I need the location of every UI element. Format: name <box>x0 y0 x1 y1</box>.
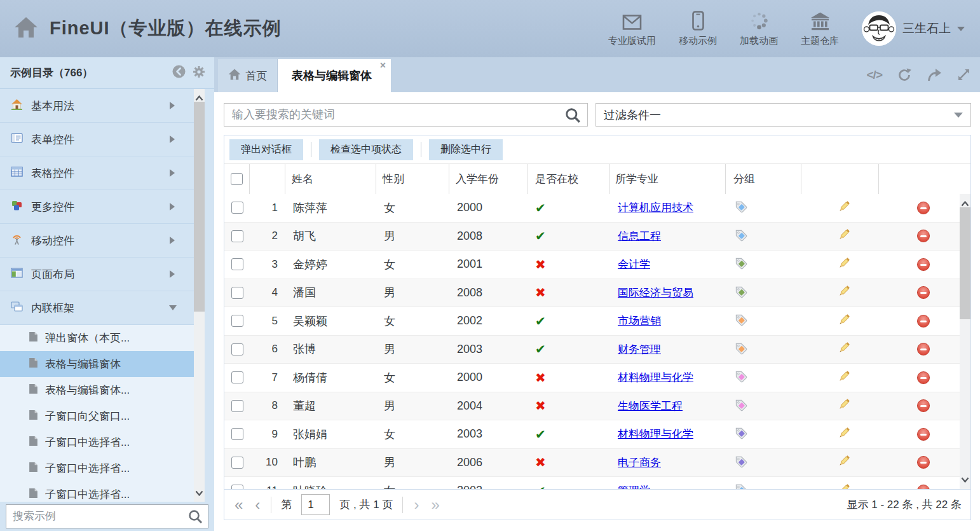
scroll-down-icon[interactable] <box>961 474 969 485</box>
delete-icon[interactable] <box>917 371 930 384</box>
filter-dropdown[interactable]: 过滤条件一 <box>595 103 971 127</box>
sidebar-sub-item[interactable]: 子窗口中选择省... <box>0 455 194 481</box>
select-all-checkbox[interactable] <box>231 173 243 185</box>
edit-pencil-icon[interactable] <box>837 482 852 489</box>
row-checkbox[interactable] <box>231 400 243 412</box>
open-dialog-button[interactable]: 弹出对话框 <box>229 139 303 160</box>
delete-icon[interactable] <box>917 343 930 355</box>
tab-grid-edit-window[interactable]: 表格与编辑窗体 × <box>278 59 391 92</box>
row-checkbox[interactable] <box>231 343 243 355</box>
search-icon[interactable] <box>565 107 581 126</box>
row-checkbox[interactable] <box>231 428 243 440</box>
search-icon[interactable] <box>188 509 203 527</box>
share-icon[interactable] <box>927 67 942 82</box>
chevron-right-icon <box>170 102 175 109</box>
row-checkbox[interactable] <box>231 315 243 327</box>
row-checkbox[interactable] <box>231 287 243 299</box>
edit-pencil-icon[interactable] <box>837 199 852 217</box>
major-link[interactable]: 信息工程 <box>618 229 661 244</box>
major-link[interactable]: 会计学 <box>618 257 650 272</box>
header-nav-trial[interactable]: 专业版试用 <box>608 10 656 47</box>
header-nav-themes[interactable]: 主题仓库 <box>801 10 839 47</box>
edit-pencil-icon[interactable] <box>837 340 852 358</box>
sidebar-item-grid[interactable]: 表格控件 <box>0 156 194 190</box>
sidebar-item-more[interactable]: 更多控件 <box>0 190 194 224</box>
edit-pencil-icon[interactable] <box>837 369 852 387</box>
row-checkbox[interactable] <box>231 230 243 242</box>
sidebar-scrollbar[interactable] <box>194 89 205 502</box>
sidebar-sub-item[interactable]: 弹出窗体（本页... <box>0 325 194 351</box>
delete-icon[interactable] <box>917 286 930 299</box>
major-link[interactable]: 计算机应用技术 <box>618 200 693 215</box>
scroll-down-icon[interactable] <box>195 487 203 499</box>
edit-pencil-icon[interactable] <box>837 453 852 471</box>
sidebar-sub-item[interactable]: 表格与编辑窗体 <box>0 351 194 377</box>
last-page-button[interactable]: » <box>430 497 440 513</box>
delete-icon[interactable] <box>917 428 930 441</box>
row-checkbox[interactable] <box>231 202 243 214</box>
major-link[interactable]: 生物医学工程 <box>618 399 683 413</box>
edit-pencil-icon[interactable] <box>837 256 852 273</box>
delete-icon[interactable] <box>917 202 930 214</box>
row-checkbox[interactable] <box>231 457 243 469</box>
gear-icon[interactable] <box>193 66 205 81</box>
major-link[interactable]: 国际经济与贸易 <box>618 286 693 300</box>
sidebar-item-mobile[interactable]: 移动控件 <box>0 224 194 258</box>
header-nav-mobile[interactable]: 移动示例 <box>679 10 717 47</box>
delete-icon[interactable] <box>917 315 930 328</box>
prev-page-button[interactable]: ‹ <box>254 497 261 513</box>
keyword-search-input[interactable] <box>224 104 587 126</box>
sidebar-sub-item[interactable]: 子窗口向父窗口... <box>0 403 194 429</box>
cell-name: 杨倩倩 <box>285 370 376 385</box>
user-menu[interactable]: 三生石上 <box>862 11 965 46</box>
edit-pencil-icon[interactable] <box>837 425 852 443</box>
scrollbar-thumb[interactable] <box>194 102 205 312</box>
row-checkbox[interactable] <box>231 485 243 489</box>
row-checkbox[interactable] <box>231 258 243 270</box>
toolbar-separator <box>421 142 421 157</box>
sidebar-item-iframe[interactable]: 内联框架 <box>0 291 194 325</box>
major-link[interactable]: 市场营销 <box>618 314 661 328</box>
delete-icon[interactable] <box>917 258 930 271</box>
major-link[interactable]: 管理学 <box>618 483 650 489</box>
check-selection-button[interactable]: 检查选中项状态 <box>319 139 413 160</box>
edit-pencil-icon[interactable] <box>837 397 852 415</box>
sidebar-sub-item[interactable]: 表格与编辑窗体... <box>0 377 194 403</box>
file-icon <box>29 383 38 397</box>
refresh-icon[interactable] <box>897 67 912 83</box>
cell-group <box>726 312 801 329</box>
sidebar-item-form[interactable]: 表单控件 <box>0 123 194 156</box>
cell-name: 陈萍萍 <box>285 200 376 216</box>
major-link[interactable]: 材料物理与化学 <box>618 427 693 441</box>
tag-icon <box>733 256 747 273</box>
major-link[interactable]: 电子商务 <box>618 455 661 470</box>
circle-back-icon[interactable] <box>172 65 186 81</box>
sidebar-search-input[interactable] <box>6 505 208 528</box>
major-link[interactable]: 财务管理 <box>618 342 661 357</box>
first-page-button[interactable]: « <box>233 497 244 513</box>
sidebar-item-layout[interactable]: 页面布局 <box>0 258 194 291</box>
expand-icon[interactable] <box>956 67 971 82</box>
delete-icon[interactable] <box>917 399 930 412</box>
edit-pencil-icon[interactable] <box>837 312 852 330</box>
header-nav-loading[interactable]: 加载动画 <box>740 10 778 47</box>
delete-icon[interactable] <box>917 485 930 489</box>
sidebar-item-basic[interactable]: 基本用法 <box>0 89 194 123</box>
code-icon[interactable]: </> <box>867 68 882 82</box>
edit-pencil-icon[interactable] <box>837 227 852 245</box>
page-number-input[interactable] <box>301 494 330 515</box>
major-link[interactable]: 材料物理与化学 <box>618 370 693 385</box>
tab-home[interactable]: 首页 <box>218 59 278 92</box>
sidebar-sub-item[interactable]: 子窗口中选择省... <box>0 481 194 502</box>
next-page-button[interactable]: › <box>412 497 420 513</box>
delete-rows-button[interactable]: 删除选中行 <box>429 139 503 160</box>
tag-icon <box>733 199 747 216</box>
scrollbar-thumb[interactable] <box>960 207 970 319</box>
delete-icon[interactable] <box>917 456 930 469</box>
delete-icon[interactable] <box>917 230 930 242</box>
row-checkbox[interactable] <box>231 371 243 383</box>
table-scrollbar[interactable] <box>960 194 970 489</box>
sidebar-sub-item[interactable]: 子窗口中选择省... <box>0 429 194 455</box>
close-icon[interactable]: × <box>380 60 386 71</box>
edit-pencil-icon[interactable] <box>837 284 852 301</box>
